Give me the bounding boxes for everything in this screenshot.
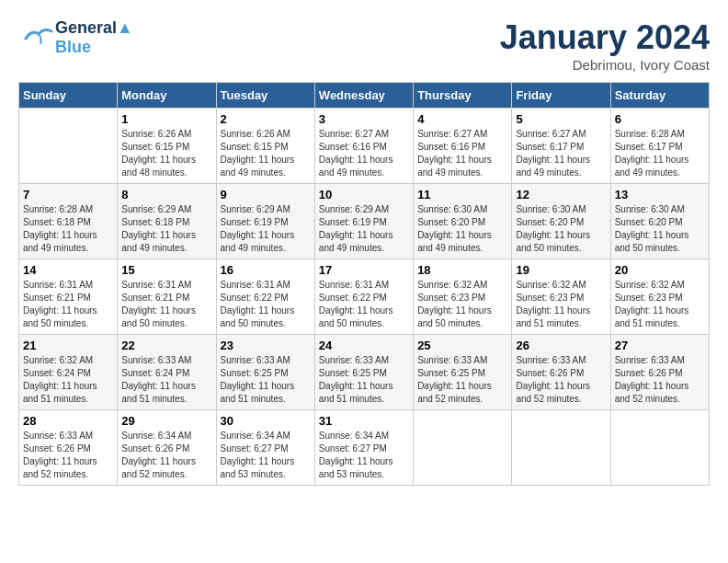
day-number: 25: [417, 339, 507, 352]
day-header-monday: Monday: [118, 83, 216, 109]
day-number: 10: [319, 188, 409, 201]
calendar-cell: 24Sunrise: 6:33 AMSunset: 6:25 PMDayligh…: [314, 335, 413, 410]
day-number: 8: [121, 188, 211, 201]
day-number: 22: [121, 339, 211, 352]
day-info: Sunrise: 6:26 AMSunset: 6:15 PMDaylight:…: [121, 128, 211, 179]
day-number: 18: [417, 263, 507, 277]
calendar-cell: 2Sunrise: 6:26 AMSunset: 6:15 PMDaylight…: [216, 109, 314, 184]
day-number: 13: [615, 188, 705, 201]
calendar-cell: 3Sunrise: 6:27 AMSunset: 6:16 PMDaylight…: [314, 109, 413, 184]
calendar-cell: 22Sunrise: 6:33 AMSunset: 6:24 PMDayligh…: [118, 335, 216, 410]
day-info: Sunrise: 6:28 AMSunset: 6:17 PMDaylight:…: [615, 128, 705, 179]
calendar-cell: 16Sunrise: 6:31 AMSunset: 6:22 PMDayligh…: [216, 259, 314, 335]
day-info: Sunrise: 6:33 AMSunset: 6:25 PMDaylight:…: [319, 354, 409, 406]
calendar-cell: 26Sunrise: 6:33 AMSunset: 6:26 PMDayligh…: [512, 335, 610, 410]
calendar-cell: 9Sunrise: 6:29 AMSunset: 6:19 PMDaylight…: [216, 184, 314, 259]
calendar-cell: 15Sunrise: 6:31 AMSunset: 6:21 PMDayligh…: [118, 259, 216, 335]
calendar-cell: [512, 410, 610, 486]
day-info: Sunrise: 6:33 AMSunset: 6:26 PMDaylight:…: [23, 430, 113, 481]
week-row-3: 14Sunrise: 6:31 AMSunset: 6:21 PMDayligh…: [19, 259, 710, 335]
calendar-cell: 14Sunrise: 6:31 AMSunset: 6:21 PMDayligh…: [19, 259, 118, 335]
calendar-cell: 29Sunrise: 6:34 AMSunset: 6:26 PMDayligh…: [118, 410, 216, 486]
day-info: Sunrise: 6:33 AMSunset: 6:25 PMDaylight:…: [221, 354, 311, 406]
day-info: Sunrise: 6:32 AMSunset: 6:23 PMDaylight:…: [417, 279, 507, 330]
logo-icon: [18, 20, 53, 55]
calendar-cell: 12Sunrise: 6:30 AMSunset: 6:20 PMDayligh…: [512, 184, 610, 259]
calendar-cell: 6Sunrise: 6:28 AMSunset: 6:17 PMDaylight…: [610, 109, 709, 184]
calendar-cell: [19, 109, 118, 184]
day-info: Sunrise: 6:30 AMSunset: 6:20 PMDaylight:…: [615, 203, 705, 255]
day-number: 14: [23, 263, 113, 277]
day-number: 12: [516, 188, 606, 201]
day-number: 15: [121, 263, 211, 277]
day-info: Sunrise: 6:31 AMSunset: 6:21 PMDaylight:…: [23, 279, 113, 330]
day-info: Sunrise: 6:33 AMSunset: 6:26 PMDaylight:…: [615, 354, 705, 406]
calendar-cell: 10Sunrise: 6:29 AMSunset: 6:19 PMDayligh…: [314, 184, 413, 259]
calendar-cell: 30Sunrise: 6:34 AMSunset: 6:27 PMDayligh…: [216, 410, 314, 486]
day-info: Sunrise: 6:27 AMSunset: 6:16 PMDaylight:…: [417, 128, 507, 179]
calendar-cell: 27Sunrise: 6:33 AMSunset: 6:26 PMDayligh…: [610, 335, 709, 410]
calendar-cell: 28Sunrise: 6:33 AMSunset: 6:26 PMDayligh…: [19, 410, 118, 486]
day-number: 17: [319, 263, 409, 277]
day-info: Sunrise: 6:33 AMSunset: 6:25 PMDaylight:…: [417, 354, 507, 406]
calendar-cell: 25Sunrise: 6:33 AMSunset: 6:25 PMDayligh…: [414, 335, 512, 410]
calendar-cell: [610, 410, 709, 486]
header: General▲ Blue January 2024 Debrimou, Ivo…: [18, 18, 710, 73]
day-number: 3: [319, 112, 409, 126]
calendar-table: SundayMondayTuesdayWednesdayThursdayFrid…: [18, 82, 710, 486]
location-subtitle: Debrimou, Ivory Coast: [500, 57, 710, 73]
day-number: 16: [221, 263, 311, 277]
day-info: Sunrise: 6:26 AMSunset: 6:15 PMDaylight:…: [221, 128, 311, 179]
month-title: January 2024: [500, 18, 710, 57]
day-info: Sunrise: 6:34 AMSunset: 6:27 PMDaylight:…: [319, 430, 409, 481]
day-info: Sunrise: 6:33 AMSunset: 6:24 PMDaylight:…: [121, 354, 211, 406]
day-info: Sunrise: 6:32 AMSunset: 6:23 PMDaylight:…: [615, 279, 705, 330]
week-row-5: 28Sunrise: 6:33 AMSunset: 6:26 PMDayligh…: [19, 410, 710, 486]
day-number: 6: [615, 112, 705, 126]
day-info: Sunrise: 6:29 AMSunset: 6:19 PMDaylight:…: [221, 203, 311, 255]
calendar-cell: 5Sunrise: 6:27 AMSunset: 6:17 PMDaylight…: [512, 109, 610, 184]
day-number: 4: [417, 112, 507, 126]
calendar-cell: 19Sunrise: 6:32 AMSunset: 6:23 PMDayligh…: [512, 259, 610, 335]
day-number: 9: [221, 188, 311, 201]
day-number: 7: [23, 188, 113, 201]
logo-line1: General▲: [55, 18, 133, 38]
calendar-cell: 7Sunrise: 6:28 AMSunset: 6:18 PMDaylight…: [19, 184, 118, 259]
day-info: Sunrise: 6:31 AMSunset: 6:21 PMDaylight:…: [121, 279, 211, 330]
day-number: 24: [319, 339, 409, 352]
day-info: Sunrise: 6:32 AMSunset: 6:23 PMDaylight:…: [516, 279, 606, 330]
day-info: Sunrise: 6:29 AMSunset: 6:19 PMDaylight:…: [319, 203, 409, 255]
title-area: January 2024 Debrimou, Ivory Coast: [500, 18, 710, 73]
calendar-cell: 4Sunrise: 6:27 AMSunset: 6:16 PMDaylight…: [414, 109, 512, 184]
calendar-cell: 18Sunrise: 6:32 AMSunset: 6:23 PMDayligh…: [414, 259, 512, 335]
week-row-4: 21Sunrise: 6:32 AMSunset: 6:24 PMDayligh…: [19, 335, 710, 410]
day-number: 30: [221, 414, 311, 428]
calendar-cell: 8Sunrise: 6:29 AMSunset: 6:18 PMDaylight…: [118, 184, 216, 259]
day-info: Sunrise: 6:30 AMSunset: 6:20 PMDaylight:…: [516, 203, 606, 255]
day-number: 28: [23, 414, 113, 428]
day-info: Sunrise: 6:32 AMSunset: 6:24 PMDaylight:…: [23, 354, 113, 406]
day-number: 27: [615, 339, 705, 352]
day-number: 11: [417, 188, 507, 201]
day-number: 1: [121, 112, 211, 126]
calendar-cell: 21Sunrise: 6:32 AMSunset: 6:24 PMDayligh…: [19, 335, 118, 410]
day-number: 26: [516, 339, 606, 352]
day-info: Sunrise: 6:27 AMSunset: 6:16 PMDaylight:…: [319, 128, 409, 179]
day-header-saturday: Saturday: [610, 83, 709, 109]
day-number: 19: [516, 263, 606, 277]
logo: General▲ Blue: [18, 18, 133, 57]
day-info: Sunrise: 6:31 AMSunset: 6:22 PMDaylight:…: [221, 279, 311, 330]
day-header-sunday: Sunday: [19, 83, 118, 109]
day-number: 21: [23, 339, 113, 352]
day-info: Sunrise: 6:34 AMSunset: 6:27 PMDaylight:…: [221, 430, 311, 481]
day-header-tuesday: Tuesday: [216, 83, 314, 109]
day-number: 29: [121, 414, 211, 428]
calendar-cell: 13Sunrise: 6:30 AMSunset: 6:20 PMDayligh…: [610, 184, 709, 259]
calendar-cell: [414, 410, 512, 486]
day-info: Sunrise: 6:27 AMSunset: 6:17 PMDaylight:…: [516, 128, 606, 179]
day-header-row: SundayMondayTuesdayWednesdayThursdayFrid…: [19, 83, 710, 109]
day-header-wednesday: Wednesday: [314, 83, 413, 109]
day-info: Sunrise: 6:30 AMSunset: 6:20 PMDaylight:…: [417, 203, 507, 255]
calendar-cell: 23Sunrise: 6:33 AMSunset: 6:25 PMDayligh…: [216, 335, 314, 410]
day-info: Sunrise: 6:29 AMSunset: 6:18 PMDaylight:…: [121, 203, 211, 255]
